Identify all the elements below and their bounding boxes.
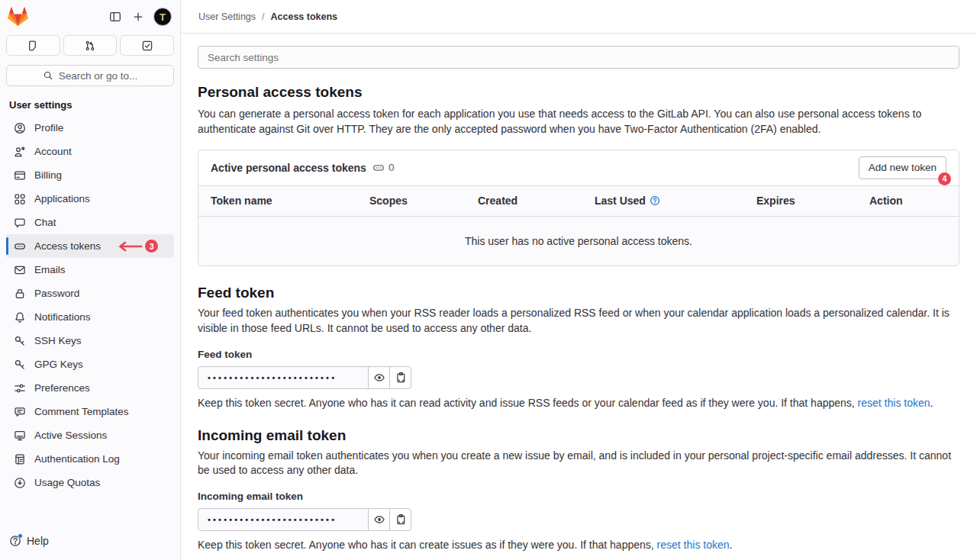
help-question-icon[interactable] (650, 195, 660, 206)
token-table-empty-row: This user has no active personal access … (198, 217, 959, 266)
sidebar-item-label: Applications (34, 193, 90, 204)
avatar[interactable]: T (153, 8, 172, 26)
feed-token-description: Your feed token authenticates you when y… (198, 306, 959, 336)
feed-token-note: Keep this token secret. Anyone who has i… (198, 397, 959, 409)
copy-icon (395, 372, 407, 384)
column-header-expires: Expires (756, 195, 869, 207)
help-label: Help (27, 535, 49, 547)
reveal-incoming-email-token-button[interactable] (368, 508, 390, 531)
reveal-feed-token-button[interactable] (368, 366, 390, 389)
sidebar-item-label: Usage Quotas (34, 477, 100, 488)
bell-icon (14, 311, 26, 323)
sidebar-item-emails[interactable]: Emails (6, 258, 174, 282)
feed-token-note-suffix: . (930, 397, 933, 409)
incoming-email-token-title: Incoming email token (198, 427, 959, 444)
search-icon (43, 70, 53, 81)
sidebar-item-label: Comment Templates (34, 406, 129, 417)
sliders-icon (14, 382, 26, 394)
page-title: Personal access tokens (198, 84, 959, 101)
help-button[interactable]: Help (0, 524, 180, 560)
feed-token-title: Feed token (198, 285, 959, 301)
search-or-go-to-label: Search or go to... (59, 70, 138, 82)
sidebar-item-applications[interactable]: Applications (6, 187, 174, 211)
billing-icon (14, 169, 26, 182)
create-new-button[interactable] (131, 9, 146, 24)
reset-incoming-email-token-link[interactable]: reset this token (657, 539, 730, 551)
to-do-list-button[interactable] (120, 35, 174, 56)
sidebar-item-usage-quotas[interactable]: Usage Quotas (6, 471, 174, 494)
annotation-arrow: 3 (114, 240, 158, 253)
feed-token-label: Feed token (198, 349, 959, 360)
sidebar-toggle-button[interactable] (108, 9, 123, 24)
reset-feed-token-link[interactable]: reset this token (858, 397, 930, 409)
account-icon (14, 146, 26, 158)
sidebar-item-profile[interactable]: Profile (6, 116, 174, 140)
breadcrumb-current: Access tokens (271, 11, 338, 22)
sidebar-item-label: Emails (34, 264, 66, 275)
issues-button[interactable] (6, 35, 60, 56)
add-new-token-label: Add new token (869, 162, 937, 173)
sidebar-item-account[interactable]: Account (6, 140, 174, 163)
token-icon (14, 240, 26, 253)
token-count: 0 (372, 162, 395, 174)
incoming-email-token-group: •••••••••••••••••••••••• (198, 508, 959, 531)
pat-description: You can generate a personal access token… (198, 107, 959, 137)
breadcrumb-parent[interactable]: User Settings (198, 11, 256, 22)
quota-icon (14, 477, 26, 489)
incoming-email-token-note-text: Keep this token secret. Anyone who has i… (198, 539, 657, 551)
feed-token-field[interactable]: •••••••••••••••••••••••• (198, 366, 369, 389)
sidebar-item-preferences[interactable]: Preferences (6, 376, 174, 400)
add-new-token-button[interactable]: Add new token 4 (859, 156, 946, 179)
sidebar-item-active-sessions[interactable]: Active Sessions (6, 423, 174, 447)
sidebar-section-title: User settings (0, 86, 180, 116)
feed-token-group: •••••••••••••••••••••••• (198, 366, 959, 389)
column-header-created: Created (478, 195, 595, 207)
annotation-badge-3: 3 (145, 240, 158, 253)
sidebar-item-ssh-keys[interactable]: SSH Keys (6, 329, 174, 352)
merge-requests-button[interactable] (63, 35, 118, 56)
sidebar-item-label: SSH Keys (34, 335, 82, 346)
issues-icon (27, 40, 39, 52)
sidebar-nav: ProfileAccountBillingApplicationsChatAcc… (0, 116, 180, 524)
sidebar-item-label: Account (34, 146, 72, 157)
incoming-email-token-note-suffix: . (730, 539, 733, 551)
chat-icon (14, 217, 26, 229)
incoming-email-token-masked-value: •••••••••••••••••••••••• (208, 515, 337, 524)
sidebar-item-access-tokens[interactable]: Access tokens3 (6, 234, 174, 258)
help-icon (9, 535, 21, 547)
sidebar-item-label: Billing (34, 169, 62, 181)
sidebar-item-chat[interactable]: Chat (6, 211, 174, 234)
copy-feed-token-button[interactable] (389, 366, 411, 389)
search-settings-input[interactable] (198, 46, 959, 69)
sidebar-item-password[interactable]: Password (6, 282, 174, 305)
active-indicator (6, 237, 8, 255)
search-or-go-to[interactable]: Search or go to... (6, 65, 174, 86)
feed-token-masked-value: •••••••••••••••••••••••• (208, 373, 337, 382)
sidebar-item-billing[interactable]: Billing (6, 163, 174, 187)
settings-content: Personal access tokens You can generate … (181, 34, 977, 560)
gitlab-logo-icon[interactable] (8, 7, 28, 27)
token-count-value: 0 (389, 162, 395, 173)
log-icon (14, 453, 26, 465)
applications-icon (14, 193, 26, 205)
incoming-email-token-label: Incoming email token (198, 491, 959, 502)
help-notification-dot (18, 533, 23, 539)
incoming-email-token-field[interactable]: •••••••••••••••••••••••• (198, 508, 369, 531)
comment-lines-icon (14, 406, 26, 418)
sidebar-item-label: Active Sessions (34, 430, 107, 441)
breadcrumb-separator: / (262, 11, 264, 22)
sidebar-item-comment-templates[interactable]: Comment Templates (6, 400, 174, 423)
plus-icon (132, 11, 144, 23)
todo-icon (141, 40, 153, 52)
sidebar-header-actions: T (108, 8, 172, 26)
incoming-email-token-note: Keep this token secret. Anyone who has i… (198, 539, 959, 551)
monitor-icon (14, 430, 26, 442)
sidebar-item-gpg-keys[interactable]: GPG Keys (6, 352, 174, 376)
copy-incoming-email-token-button[interactable] (389, 508, 411, 531)
app-root: T Search or go to... User settings Profi… (0, 0, 977, 560)
token-table-header: Token nameScopesCreatedLast UsedExpiresA… (198, 185, 959, 217)
sidebar: T Search or go to... User settings Profi… (0, 0, 181, 560)
sidebar-item-authentication-log[interactable]: Authentication Log (6, 447, 174, 471)
sidebar-item-notifications[interactable]: Notifications (6, 305, 174, 329)
annotation-badge-4: 4 (938, 172, 951, 185)
